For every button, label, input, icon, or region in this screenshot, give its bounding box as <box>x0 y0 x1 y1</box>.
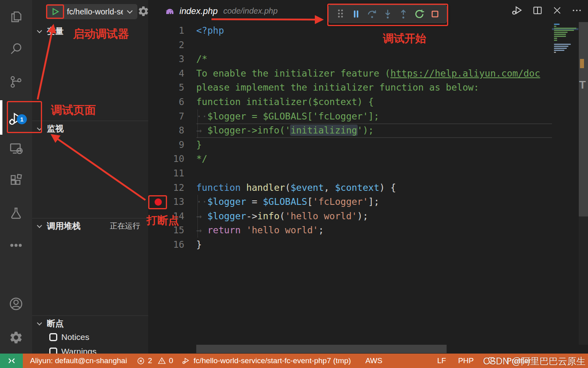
test-icon[interactable] <box>0 201 32 225</box>
code-line-13[interactable]: 13··$logger = $GLOBALS['fcLogger']; <box>148 195 588 209</box>
code-text[interactable]: function handler($event, $context) { <box>196 181 552 195</box>
launch-config-dropdown[interactable]: fc/hello-world-se <box>46 4 137 19</box>
stop-icon[interactable] <box>428 7 442 21</box>
restart-icon[interactable] <box>413 7 426 21</box>
horizontal-scrollbar-thumb[interactable] <box>196 345 447 353</box>
line-number: 7 <box>179 111 184 121</box>
code-area[interactable]: 1<?php23/*4To enable the initializer fea… <box>148 24 588 252</box>
code-text[interactable]: → $logger->info('hello world'); <box>196 209 552 224</box>
code-text[interactable]: → return 'hello world'; <box>196 223 552 238</box>
code-text[interactable]: /* <box>196 52 552 67</box>
watch-section-header[interactable]: 监视 <box>32 121 148 136</box>
more-icon[interactable] <box>0 233 32 257</box>
problems-item[interactable]: 2 0 <box>137 356 173 365</box>
code-text[interactable]: <?php <box>196 24 552 38</box>
close-icon[interactable] <box>552 5 562 17</box>
gutter-line-10[interactable]: 10 <box>148 152 196 166</box>
gutter-line-12[interactable]: 12 <box>148 181 196 195</box>
remote-explorer-icon[interactable] <box>0 136 32 160</box>
gutter-line-14[interactable]: 14 <box>148 209 196 224</box>
code-text[interactable]: function initializer($context) { <box>196 95 552 109</box>
code-text[interactable]: */ <box>196 152 552 166</box>
gutter-line-15[interactable]: 15 <box>148 223 196 238</box>
debug-target-item[interactable]: fc/hello-world-service/start-fc-event-ph… <box>182 356 351 365</box>
aws-item[interactable]: AWS <box>365 356 383 365</box>
code-text[interactable]: please implement the initializer functio… <box>196 81 552 95</box>
code-line-5[interactable]: 5please implement the initializer functi… <box>148 81 588 95</box>
code-line-9[interactable]: 9} <box>148 138 588 152</box>
gutter-line-1[interactable]: 1 <box>148 24 196 38</box>
code-line-8[interactable]: 8→ $logger->info('initializing'); <box>148 123 588 138</box>
error-count: 2 <box>148 356 152 365</box>
code-line-16[interactable]: 16} <box>148 238 588 252</box>
gutter-line-8[interactable]: 8 <box>148 123 196 138</box>
code-line-1[interactable]: 1<?php <box>148 24 588 38</box>
step-into-icon[interactable] <box>381 7 395 21</box>
gutter-line-13[interactable]: 13 <box>148 195 196 209</box>
formatter-item[interactable]: Prettier <box>507 356 531 365</box>
launch-settings-gear-icon[interactable] <box>137 5 148 17</box>
gutter-line-16[interactable]: 16 <box>148 238 196 252</box>
step-out-icon[interactable] <box>397 7 410 21</box>
variables-section-header[interactable]: 变量 <box>32 24 148 38</box>
gutter-line-4[interactable]: 4 <box>148 67 196 81</box>
split-editor-icon[interactable] <box>532 5 543 18</box>
gutter-line-2[interactable]: 2 <box>148 38 196 53</box>
code-text[interactable]: → $logger->info('initializing'); <box>196 123 552 138</box>
breakpoints-section-header[interactable]: 断点 <box>32 316 148 331</box>
settings-gear-icon[interactable] <box>0 326 32 350</box>
call-stack-section-header[interactable]: 调用堆栈 正在运行 <box>32 219 148 233</box>
code-line-3[interactable]: 3/* <box>148 52 588 67</box>
code-line-14[interactable]: 14→ $logger->info('hello world'); <box>148 209 588 224</box>
code-text[interactable] <box>196 38 552 53</box>
remote-indicator[interactable] <box>0 354 23 368</box>
vertical-scrollbar[interactable]: T <box>579 22 588 345</box>
explorer-icon[interactable] <box>0 5 32 29</box>
code-line-4[interactable]: 4To enable the initializer feature (http… <box>148 67 588 81</box>
gutter-line-11[interactable]: 11 <box>148 166 196 181</box>
run-or-debug-icon[interactable] <box>511 4 523 18</box>
extensions-icon[interactable] <box>0 168 32 192</box>
chevron-down-icon <box>37 125 42 131</box>
code-text[interactable] <box>196 166 552 181</box>
gutter-line-9[interactable]: 9 <box>148 138 196 152</box>
code-text[interactable]: ··$logger = $GLOBALS['fcLogger']; <box>196 109 552 124</box>
editor-more-icon[interactable] <box>571 5 582 18</box>
code-line-15[interactable]: 15→ return 'hello world'; <box>148 223 588 238</box>
language-item[interactable]: PHP <box>458 356 474 365</box>
source-control-icon[interactable] <box>0 70 32 94</box>
code-line-11[interactable]: 11 <box>148 166 588 181</box>
account-icon[interactable] <box>0 292 32 316</box>
gutter-line-7[interactable]: 7 <box>148 109 196 124</box>
breakpoint-dot[interactable] <box>155 198 162 206</box>
search-icon[interactable] <box>0 37 32 61</box>
breakpoint-option-warnings[interactable]: Warnings <box>49 345 145 354</box>
breakpoint-option-notices[interactable]: Notices <box>49 330 145 344</box>
start-debug-button[interactable] <box>46 4 64 19</box>
code-text[interactable]: To enable the initializer feature (https… <box>196 67 552 81</box>
code-text[interactable]: ··$logger = $GLOBALS['fcLogger']; <box>196 195 552 209</box>
code-line-10[interactable]: 10*/ <box>148 152 588 166</box>
pause-icon[interactable] <box>349 7 363 21</box>
gutter-line-3[interactable]: 3 <box>148 52 196 67</box>
gutter-line-6[interactable]: 6 <box>148 95 196 109</box>
code-text[interactable]: } <box>196 238 552 252</box>
minimap[interactable] <box>552 22 578 345</box>
code-line-7[interactable]: 7··$logger = $GLOBALS['fcLogger']; <box>148 109 588 124</box>
code-text[interactable]: } <box>196 138 552 152</box>
code-line-12[interactable]: 12function handler($event, $context) { <box>148 181 588 195</box>
gutter-line-5[interactable]: 5 <box>148 81 196 95</box>
checkbox-unchecked[interactable] <box>49 348 57 354</box>
aliyun-account-item[interactable]: Aliyun: default@cn-shanghai <box>30 356 127 365</box>
code-line-6[interactable]: 6function initializer($context) { <box>148 95 588 109</box>
minimap-content <box>554 28 576 29</box>
run-debug-icon[interactable] <box>0 107 32 131</box>
code-line-2[interactable]: 2 <box>148 38 588 53</box>
eol-item[interactable]: LF <box>437 356 446 365</box>
checkbox-unchecked[interactable] <box>49 333 57 341</box>
step-over-icon[interactable] <box>365 7 379 21</box>
drag-handle-icon[interactable] <box>334 7 347 21</box>
vertical-scrollbar-thumb[interactable] <box>579 22 588 216</box>
feedback-icon[interactable] <box>487 356 496 366</box>
tab-title[interactable]: index.php <box>179 6 217 16</box>
